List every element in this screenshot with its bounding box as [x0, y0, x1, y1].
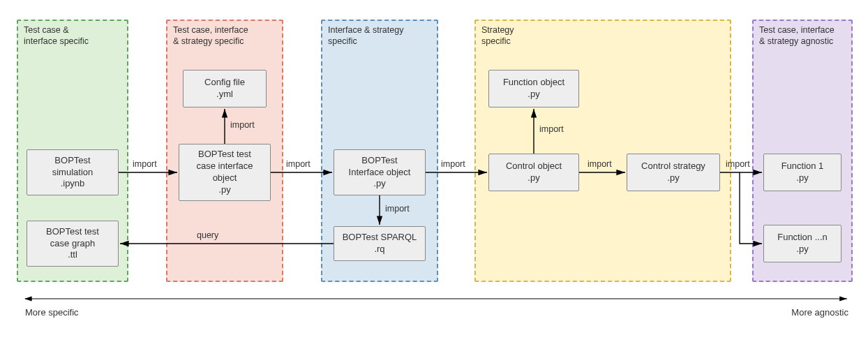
edge-label-import: import: [385, 204, 410, 214]
node-line: .ttl: [68, 249, 77, 261]
node-line: Interface object: [349, 167, 411, 179]
zone-title: Strategy specific: [481, 25, 724, 47]
node-line: BOPTest: [54, 155, 90, 167]
edge-label-import: import: [441, 159, 465, 169]
node-line: Control strategy: [641, 161, 705, 172]
node-boptest-simulation: BOPTest simulation .ipynb: [27, 149, 119, 195]
zone-strategy: Strategy specific: [474, 20, 731, 282]
node-line: Function object: [503, 77, 564, 89]
node-line: Control object: [506, 161, 562, 172]
edge-label-import: import: [286, 159, 310, 169]
node-line: .py: [796, 172, 808, 184]
node-boptest-testcase-graph: BOPTest test case graph .ttl: [27, 221, 119, 267]
node-boptest-sparql: BOPTest SPARQL .rq: [334, 226, 426, 261]
node-line: .py: [527, 172, 539, 184]
node-line: case interface: [197, 161, 253, 172]
zone-title: Test case, interface & strategy agnostic: [759, 25, 846, 47]
node-control-strategy: Control strategy .py: [627, 154, 720, 191]
node-line: Function ...n: [777, 232, 828, 244]
edge-label-import: import: [133, 159, 157, 169]
node-line: BOPTest: [361, 155, 397, 167]
node-function-object: Function object .py: [488, 70, 579, 107]
node-boptest-interface-object: BOPTest Interface object .py: [334, 149, 426, 195]
node-line: object: [213, 172, 237, 184]
node-config-file: Config file .yml: [183, 70, 267, 107]
node-line: .yml: [216, 89, 233, 101]
zone-title: Test case, interface & strategy specific: [173, 25, 276, 47]
zone-title: Test case & interface specific: [24, 25, 121, 47]
node-line: BOPTest test: [46, 226, 99, 238]
node-line: case graph: [50, 238, 95, 250]
node-line: .rq: [374, 244, 384, 255]
node-control-object: Control object .py: [488, 154, 579, 191]
node-line: .ipynb: [61, 178, 85, 190]
edge-label-import: import: [588, 159, 612, 169]
edge-label-query: query: [197, 230, 218, 240]
node-boptest-testcase-interface-object: BOPTest test case interface object .py: [179, 144, 271, 201]
diagram-container: Test case & interface specific Test case…: [0, 0, 868, 349]
node-line: BOPTest test: [198, 149, 251, 161]
node-line: simulation: [52, 167, 93, 179]
edge-label-import: import: [726, 159, 750, 169]
node-line: .py: [527, 89, 539, 101]
node-function-1: Function 1 .py: [763, 154, 841, 191]
node-line: Config file: [204, 77, 245, 89]
node-line: BOPTest SPARQL: [343, 232, 417, 244]
node-line: .py: [218, 184, 230, 196]
node-function-n: Function ...n .py: [763, 225, 841, 262]
edge-label-import: import: [230, 120, 255, 130]
node-line: Function 1: [781, 161, 824, 172]
axis-label-left: More specific: [25, 307, 79, 318]
node-line: .py: [667, 172, 679, 184]
axis-label-right: More agnostic: [791, 307, 848, 318]
node-line: .py: [796, 244, 808, 255]
edge-label-import: import: [539, 124, 564, 134]
zone-title: Interface & strategy specific: [328, 25, 431, 47]
node-line: .py: [373, 178, 385, 190]
